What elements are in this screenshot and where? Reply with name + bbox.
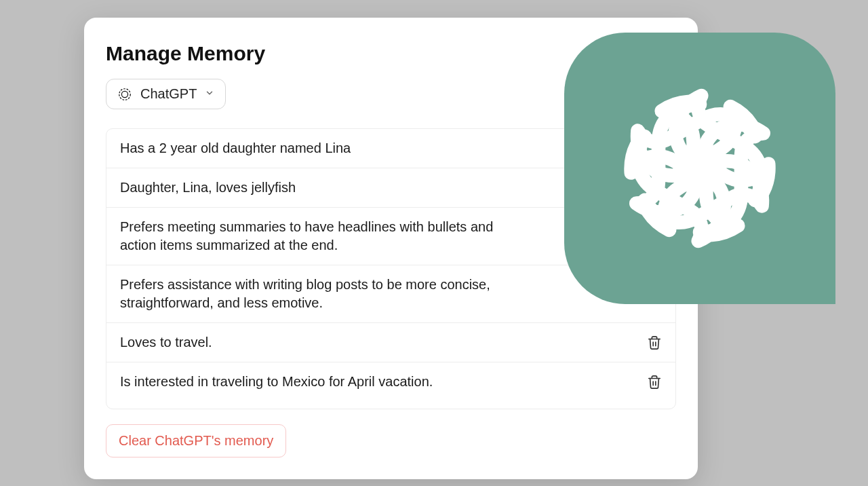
- memory-item: Loves to travel.: [106, 323, 675, 362]
- memory-text: Prefers meeting summaries to have headli…: [120, 218, 520, 255]
- memory-text: Loves to travel.: [120, 333, 520, 352]
- memory-text: Is interested in traveling to Mexico for…: [120, 373, 520, 391]
- memory-item: Is interested in traveling to Mexico for…: [106, 362, 675, 401]
- clear-memory-button[interactable]: Clear ChatGPT's memory: [106, 424, 286, 457]
- model-selector[interactable]: ChatGPT: [106, 79, 226, 109]
- svg-point-1: [121, 91, 127, 97]
- trash-icon[interactable]: [647, 375, 662, 390]
- memory-text: Prefers assistance with writing blog pos…: [120, 276, 520, 312]
- svg-point-0: [119, 88, 131, 100]
- openai-logo-large: [564, 33, 835, 304]
- openai-icon: [117, 87, 132, 102]
- chevron-down-icon: [205, 88, 214, 100]
- trash-icon[interactable]: [647, 335, 662, 350]
- model-selector-label: ChatGPT: [140, 86, 197, 102]
- memory-text: Has a 2 year old daughter named Lina: [120, 139, 520, 157]
- memory-text: Daughter, Lina, loves jellyfish: [120, 179, 520, 197]
